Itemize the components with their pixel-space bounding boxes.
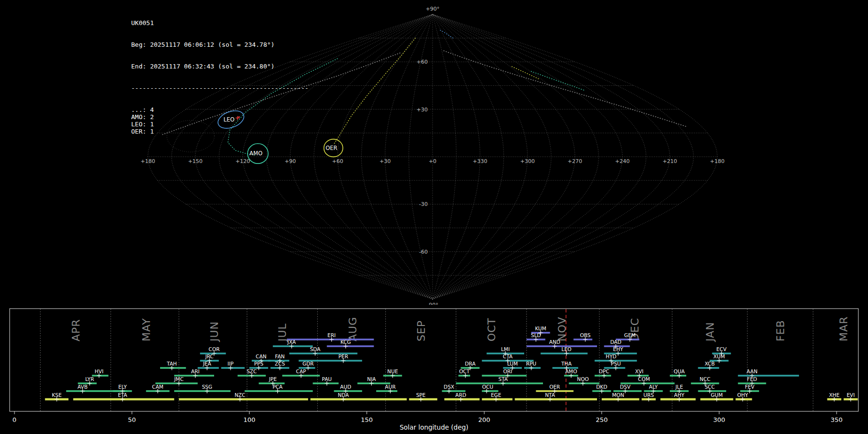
shower-label-TAH: TAH — [166, 361, 177, 366]
shower-label-MON: MON — [612, 392, 624, 398]
shower-label-OHY: OHY — [737, 392, 748, 398]
shower-label-SZC: SZC — [246, 368, 257, 374]
lon-tick-label: +180 — [140, 158, 155, 164]
shower-label-PAU: PAU — [322, 376, 332, 382]
month-label-JAN: JAN — [704, 322, 716, 342]
graticule-meridian — [361, 14, 433, 299]
shower-label-JEA: JEA — [203, 361, 212, 366]
lat-tick-label: +60 — [417, 59, 428, 65]
track-right-yellow — [512, 67, 539, 79]
shower-label-ETA: ETA — [118, 392, 127, 398]
shower-label-GUM: GUM — [711, 392, 723, 398]
shower-label-EVI: EVI — [847, 392, 855, 398]
lon-tick-label: +300 — [520, 158, 535, 164]
shower-label-EHY: EHY — [613, 346, 624, 352]
shower-label-NCC: NCC — [700, 376, 711, 382]
shower-label-FAN: FAN — [275, 353, 285, 359]
radiant-label-OER: OER — [326, 145, 337, 151]
lat-tick-label: -60 — [419, 249, 428, 255]
shower-label-COM: COM — [638, 376, 650, 382]
shower-counts: ...: 4AMO: 2LEO: 1OER: 1 — [131, 106, 309, 135]
station-id: UK0051 — [131, 19, 309, 27]
shower-label-LUM: LUM — [507, 361, 518, 366]
shower-label-GEM: GEM — [624, 332, 636, 338]
shower-label-OCT: OCT — [459, 368, 470, 374]
shower-label-ALY: ALY — [649, 384, 658, 390]
shower-label-RPU: RPU — [526, 361, 536, 366]
count-line: LEO: 1 — [131, 121, 309, 128]
lat-tick-label: +30 — [417, 107, 428, 113]
shower-label-CAP: CAP — [296, 368, 306, 374]
month-label-FEB: FEB — [774, 320, 787, 341]
lon-tick-label: +120 — [235, 158, 250, 164]
shower-label-DRA: DRA — [465, 361, 476, 366]
shower-label-AUD: AUD — [340, 384, 351, 390]
separator-line: ----------------------------------------… — [131, 84, 309, 92]
shower-label-JXA: JXA — [287, 339, 296, 345]
shower-label-NUE: NUE — [387, 368, 398, 374]
count-line: OER: 1 — [131, 128, 309, 135]
shower-label-OER: OER — [549, 384, 560, 390]
x-tick-label: 100 — [244, 416, 256, 423]
shower-label-LYR: LYR — [85, 376, 94, 382]
shower-label-KSE: KSE — [52, 392, 62, 398]
month-label-APR: APR — [70, 319, 82, 341]
shower-label-AMO: AMO — [565, 368, 577, 374]
shower-label-XUM: XUM — [713, 353, 725, 359]
shower-label-THA: THA — [561, 361, 572, 366]
lon-tick-label: +60 — [332, 158, 343, 164]
shower-label-XVI: XVI — [635, 368, 643, 374]
shower-label-AAN: AAN — [746, 368, 758, 374]
shower-label-ELY: ELY — [118, 384, 127, 390]
x-tick-label: 150 — [361, 416, 373, 423]
shower-label-XHE: XHE — [829, 392, 840, 398]
shower-label-SSG: SSG — [202, 384, 212, 390]
shower-label-STA: STA — [498, 376, 508, 382]
shower-label-HVI: HVI — [95, 368, 103, 374]
shower-label-EGE: EGE — [491, 392, 501, 398]
shower-label-CTA: CTA — [503, 353, 513, 359]
shower-label-SCC: SCC — [705, 384, 715, 390]
shower-label-IIP: IIP — [228, 361, 234, 366]
shower-label-AVB: AVB — [78, 384, 88, 390]
track-top-right-blue — [440, 30, 453, 38]
shower-label-ARI: ARI — [191, 368, 200, 374]
count-line: AMO: 2 — [131, 113, 309, 121]
x-tick-label: 50 — [128, 416, 136, 423]
month-label-MAY: MAY — [140, 318, 152, 341]
month-label-MAR: MAR — [838, 316, 850, 341]
shower-label-LEO: LEO — [561, 346, 571, 352]
shower-label-DSV: DSV — [620, 384, 631, 390]
shower-label-ZCS: ZCS — [275, 361, 285, 366]
shower-label-COR: COR — [209, 346, 220, 352]
shower-label-FEV: FEV — [745, 384, 755, 390]
month-label-JUN: JUN — [208, 321, 220, 342]
shower-label-ERI: ERI — [327, 332, 336, 338]
lon-tick-label: +150 — [188, 158, 203, 164]
shower-label-DAD: DAD — [610, 339, 621, 345]
shower-label-AUR: AUR — [385, 384, 395, 390]
month-label-SEP: SEP — [415, 320, 427, 341]
lon-tick-label: +240 — [615, 158, 629, 164]
track-right-green — [531, 71, 584, 90]
begin-time: Beg: 20251117 06:06:12 (sol = 234.78°) — [131, 41, 309, 48]
lon-tick-label: +210 — [663, 158, 677, 164]
north-pole-label: +90° — [426, 6, 440, 12]
lon-tick-label: +270 — [568, 158, 582, 164]
shower-label-PCA: PCA — [272, 384, 283, 390]
x-tick-label: 0 — [13, 416, 16, 423]
shower-label-SDA: SDA — [310, 346, 321, 352]
shower-label-FED: FED — [747, 376, 757, 382]
shower-label-XCB: XCB — [705, 361, 715, 366]
month-label-AUG: AUG — [347, 317, 359, 341]
shower-label-CAN: CAN — [256, 353, 266, 359]
shower-label-PSU: PSU — [611, 361, 621, 366]
shower-label-ARD: ARD — [455, 392, 466, 398]
shower-label-SPE: SPE — [416, 392, 426, 398]
shower-label-NOO: NOO — [577, 376, 589, 382]
shower-label-JLE: JLE — [675, 384, 683, 390]
shower-label-JMC: JMC — [174, 376, 184, 382]
shower-label-DSX: DSX — [444, 384, 454, 390]
graticule-meridian — [433, 14, 504, 299]
shower-label-DKD: DKD — [596, 384, 607, 390]
